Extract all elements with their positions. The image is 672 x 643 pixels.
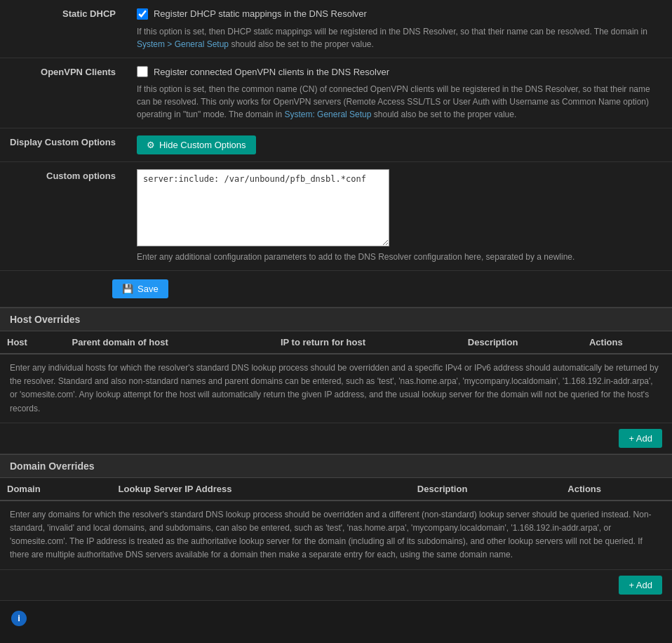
host-overrides-description: Enter any individual hosts for which the… — [0, 354, 672, 423]
static-dhcp-description: If this option is set, then DHCP static … — [137, 25, 662, 51]
openvpn-clients-content: Register connected OpenVPN clients in th… — [127, 58, 672, 128]
lookup-server-col-header: Lookup Server IP Address — [112, 478, 410, 501]
openvpn-clients-label: OpenVPN Clients — [0, 58, 127, 128]
parent-domain-col-header: Parent domain of host — [65, 331, 273, 354]
custom-options-label: Custom options — [0, 162, 127, 271]
host-overrides-add-row: + Add — [0, 423, 672, 454]
host-overrides-add-button[interactable]: + Add — [619, 429, 662, 448]
static-dhcp-checkbox[interactable] — [137, 8, 148, 20]
custom-options-textarea[interactable]: server:include: /var/unbound/pfb_dnsbl.*… — [137, 169, 389, 246]
domain-overrides-section-header: Domain Overrides — [0, 454, 672, 478]
domain-actions-col-header: Actions — [560, 478, 672, 501]
domain-col-header: Domain — [0, 478, 112, 501]
display-custom-options-row: Display Custom Options ⚙ Hide Custom Opt… — [0, 128, 672, 162]
domain-overrides-table: Domain Lookup Server IP Address Descript… — [0, 478, 672, 501]
domain-overrides-description: Enter any domains for which the resolver… — [0, 501, 672, 570]
openvpn-clients-link[interactable]: System: General Setup — [284, 110, 371, 119]
static-dhcp-row: Static DHCP Register DHCP static mapping… — [0, 0, 672, 58]
custom-options-row: Custom options server:include: /var/unbo… — [0, 162, 672, 271]
static-dhcp-label: Static DHCP — [0, 0, 127, 58]
host-overrides-header-row: Host Parent domain of host IP to return … — [0, 331, 672, 354]
domain-overrides-add-row: + Add — [0, 570, 672, 601]
display-custom-options-content: ⚙ Hide Custom Options — [127, 128, 672, 162]
domain-description-col-header: Description — [410, 478, 561, 501]
gear-icon: ⚙ — [147, 140, 155, 150]
ip-return-col-header: IP to return for host — [274, 331, 461, 354]
hide-custom-options-button[interactable]: ⚙ Hide Custom Options — [137, 135, 256, 154]
actions-col-header: Actions — [582, 331, 672, 354]
host-overrides-section-header: Host Overrides — [0, 307, 672, 331]
domain-overrides-add-button[interactable]: + Add — [619, 576, 662, 595]
description-col-header: Description — [461, 331, 582, 354]
save-button[interactable]: 💾 Save — [112, 279, 168, 298]
static-dhcp-content: Register DHCP static mappings in the DNS… — [127, 0, 672, 58]
host-col-header: Host — [0, 331, 65, 354]
domain-overrides-header-row: Domain Lookup Server IP Address Descript… — [0, 478, 672, 501]
save-icon: 💾 — [122, 284, 133, 294]
openvpn-clients-row: OpenVPN Clients Register connected OpenV… — [0, 58, 672, 128]
display-custom-options-label: Display Custom Options — [0, 128, 127, 162]
info-icon-row: i — [0, 601, 672, 636]
custom-options-content: server:include: /var/unbound/pfb_dnsbl.*… — [127, 162, 672, 271]
openvpn-clients-checkbox[interactable] — [137, 66, 148, 77]
static-dhcp-checkbox-label: Register DHCP static mappings in the DNS… — [154, 7, 367, 21]
host-overrides-table: Host Parent domain of host IP to return … — [0, 331, 672, 354]
save-row: 💾 Save — [0, 271, 672, 307]
openvpn-clients-checkbox-label: Register connected OpenVPN clients in th… — [154, 65, 389, 79]
custom-options-help: Enter any additional configuration param… — [137, 251, 662, 263]
info-icon[interactable]: i — [11, 611, 27, 626]
static-dhcp-link[interactable]: System > General Setup — [137, 39, 229, 49]
settings-table: Static DHCP Register DHCP static mapping… — [0, 0, 672, 271]
openvpn-clients-description: If this option is set, then the common n… — [137, 83, 662, 121]
